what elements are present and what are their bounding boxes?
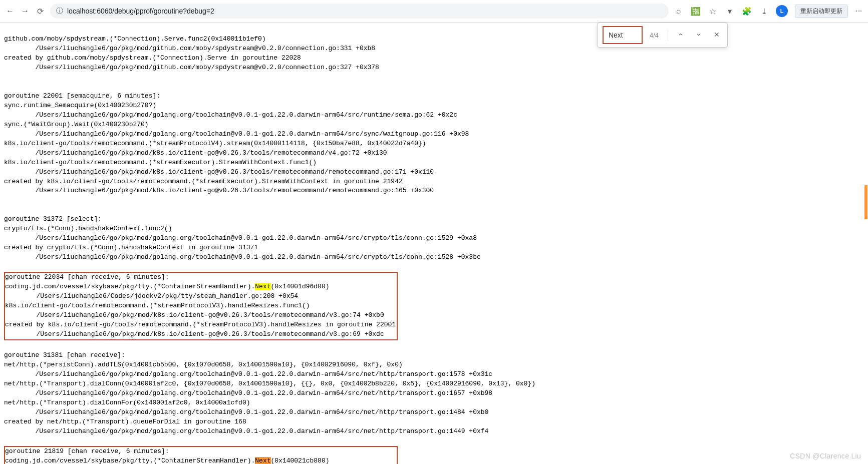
url-bar[interactable]: ⓘ localhost:6060/debug/pprof/goroutine?d… — [50, 4, 669, 19]
lens-icon[interactable]: ⌕ — [674, 7, 684, 16]
goroutine-block: goroutine 22034 [chan receive, 6 minutes… — [5, 273, 396, 339]
bookmark-star-icon[interactable]: ☆ — [708, 7, 718, 16]
browser-toolbar: ← → ⟳ ⓘ localhost:6060/debug/pprof/gorou… — [0, 0, 868, 23]
find-in-page-bar: 4/4 — [597, 23, 728, 48]
goroutine-dump-content[interactable]: github.com/moby/spdystream.(*Connection)… — [0, 23, 868, 464]
forward-button[interactable]: → — [20, 6, 30, 16]
find-input[interactable] — [609, 31, 637, 39]
goroutine-highlight-box: goroutine 22034 [chan receive, 6 minutes… — [4, 272, 398, 340]
text: goroutine 21819 [chan receive, 6 minutes… — [5, 447, 255, 464]
goroutine-highlight-box: goroutine 21819 [chan receive, 6 minutes… — [4, 446, 398, 464]
profile-avatar[interactable]: L — [776, 5, 788, 17]
find-input-highlight — [603, 26, 643, 44]
translate-icon[interactable]: 🈯 — [691, 7, 701, 16]
watermark-text: CSDN @Clarence Liu — [790, 452, 861, 460]
scrollbar-find-marker — [864, 215, 867, 219]
find-next-button[interactable] — [693, 30, 704, 41]
find-close-button[interactable] — [711, 30, 722, 41]
scrollbar-find-marker — [864, 185, 867, 215]
overflow-menu-icon[interactable]: ⋮ — [855, 8, 863, 15]
chevron-down-icon — [695, 31, 702, 38]
goroutine-block: goroutine 31381 [chan receive]: net/http… — [4, 351, 864, 436]
goroutine-block: goroutine 22001 [semacquire, 6 minutes]:… — [4, 92, 864, 196]
find-prev-button[interactable] — [675, 30, 686, 41]
back-button[interactable]: ← — [5, 6, 15, 16]
site-info-icon[interactable]: ⓘ — [56, 7, 63, 16]
find-divider — [668, 30, 668, 41]
url-text: localhost:6060/debug/pprof/goroutine?deb… — [67, 7, 214, 15]
toolbar-right-icons: ⌕ 🈯 ☆ ▾ 🧩 ⤓ L 重新启动即更新 ⋮ — [674, 5, 863, 18]
goroutine-block: goroutine 21819 [chan receive, 6 minutes… — [5, 447, 396, 464]
goroutine-block: goroutine 31372 [select]: crypto/tls.(*C… — [4, 215, 864, 262]
downloads-icon[interactable]: ⤓ — [759, 7, 769, 16]
relaunch-update-button[interactable]: 重新启动即更新 — [795, 5, 848, 18]
close-icon — [713, 31, 720, 38]
text: (0x14001d96d00) /Users/liuchangle6/Codes… — [5, 283, 396, 338]
chevron-up-icon — [677, 31, 684, 38]
extensions-puzzle-icon[interactable]: 🧩 — [742, 7, 752, 16]
text: goroutine 22034 [chan receive, 6 minutes… — [5, 273, 255, 290]
goroutine-block: github.com/moby/spdystream.(*Connection)… — [4, 35, 864, 73]
find-current-hit: Next — [255, 457, 270, 464]
find-hit: Next — [255, 283, 270, 290]
reload-button[interactable]: ⟳ — [35, 6, 45, 16]
download-arrow-icon[interactable]: ▾ — [725, 7, 735, 16]
find-result-count: 4/4 — [650, 32, 659, 39]
